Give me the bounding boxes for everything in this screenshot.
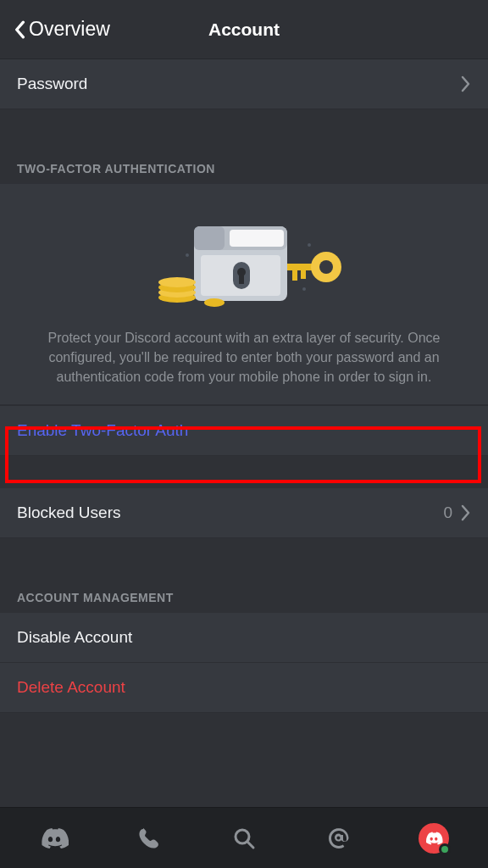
status-indicator xyxy=(439,843,451,855)
twofa-section-header: TWO-FACTOR AUTHENTICATION xyxy=(0,142,488,184)
account-mgmt-header: ACCOUNT MANAGEMENT xyxy=(0,570,488,613)
svg-rect-16 xyxy=(292,270,297,281)
back-button[interactable]: Overview xyxy=(14,18,110,41)
svg-rect-7 xyxy=(239,274,244,284)
svg-point-11 xyxy=(158,277,196,287)
svg-point-20 xyxy=(186,253,189,257)
at-icon xyxy=(326,826,352,851)
discord-logo-icon xyxy=(424,832,443,845)
delete-account-label: Delete Account xyxy=(17,678,125,697)
back-label: Overview xyxy=(29,18,110,41)
password-row[interactable]: Password xyxy=(0,59,488,109)
spacer xyxy=(0,109,488,142)
avatar xyxy=(419,823,449,854)
blocked-users-count: 0 xyxy=(443,504,452,522)
password-label: Password xyxy=(17,75,87,93)
svg-point-18 xyxy=(308,243,311,247)
spacer xyxy=(0,456,488,488)
disable-account-label: Disable Account xyxy=(17,628,132,647)
svg-point-12 xyxy=(204,298,225,307)
twofa-description: Protect your Discord account with an ext… xyxy=(0,321,488,404)
svg-rect-2 xyxy=(194,226,225,250)
nav-mentions[interactable] xyxy=(319,818,359,859)
page-title: Account xyxy=(208,19,280,40)
spacer xyxy=(0,538,488,570)
svg-point-15 xyxy=(319,260,333,274)
chevron-right-icon xyxy=(461,75,471,92)
chevron-left-icon xyxy=(14,20,25,39)
twofa-block: Protect your Discord account with an ext… xyxy=(0,184,488,405)
svg-rect-17 xyxy=(301,270,306,279)
nav-friends[interactable] xyxy=(129,818,169,859)
enable-twofa-button[interactable]: Enable Two-Factor Auth xyxy=(0,405,488,456)
delete-account-row[interactable]: Delete Account xyxy=(0,663,488,713)
search-icon xyxy=(232,826,256,850)
nav-discord[interactable] xyxy=(34,818,75,859)
chevron-right-icon xyxy=(461,504,471,521)
discord-icon xyxy=(40,827,69,849)
enable-twofa-label: Enable Two-Factor Auth xyxy=(17,421,188,439)
chest-key-icon xyxy=(138,204,350,314)
blocked-users-row[interactable]: Blocked Users 0 xyxy=(0,488,488,538)
header-bar: Overview Account xyxy=(0,0,488,59)
blocked-users-label: Blocked Users xyxy=(17,504,121,522)
svg-rect-3 xyxy=(230,230,284,247)
twofa-illustration xyxy=(0,184,488,321)
bottom-nav xyxy=(0,807,488,868)
nav-search[interactable] xyxy=(224,818,264,859)
disable-account-row[interactable]: Disable Account xyxy=(0,613,488,663)
svg-line-22 xyxy=(247,842,253,848)
nav-profile[interactable] xyxy=(413,818,454,859)
phone-wave-icon xyxy=(136,826,162,851)
svg-point-19 xyxy=(302,287,306,291)
